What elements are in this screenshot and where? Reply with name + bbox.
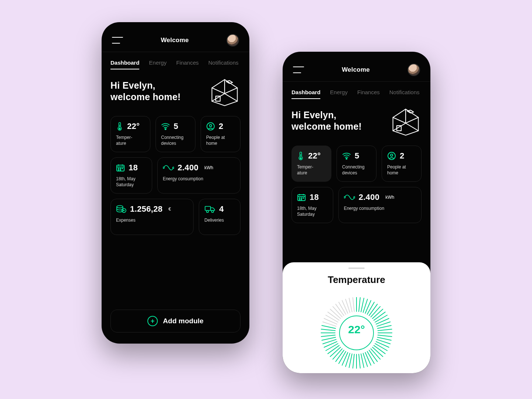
people-value: 2 [400,151,405,161]
menu-icon[interactable] [112,37,123,44]
deliveries-value: 4 [219,204,224,214]
tab-energy[interactable]: Energy [149,59,167,69]
modules-grid: 22° Temper- ature 5 Connecting devices 2… [291,146,422,182]
svg-point-8 [118,170,119,170]
energy-label: Energy consumption [163,176,235,182]
svg-line-59 [359,354,360,368]
tab-finances[interactable]: Finances [176,59,199,69]
svg-line-62 [349,354,352,368]
menu-icon[interactable] [293,66,304,73]
tab-notifications[interactable]: Notifications [389,89,420,99]
svg-line-74 [321,335,335,337]
plus-icon: + [147,316,158,326]
svg-line-65 [339,351,346,364]
people-label: People at home [206,135,235,146]
temperature-value: 22° [308,151,321,161]
tab-notifications[interactable]: Notifications [208,59,239,69]
tab-dashboard[interactable]: Dashboard [291,89,320,99]
person-icon [387,151,396,160]
house-icon [209,78,241,106]
svg-line-32 [361,298,364,312]
greeting: Hi Evelyn, welcome home! [291,109,362,133]
expenses-label: Expenses [116,218,188,224]
energy-value: 2.400 [178,163,199,173]
energy-value: 2.400 [359,192,380,202]
svg-line-61 [353,354,354,368]
divider [102,52,249,52]
svg-point-1 [165,129,166,130]
wifi-icon [342,152,351,160]
card-people[interactable]: 2 People at home [201,116,241,152]
svg-line-31 [359,298,360,312]
svg-line-89 [353,298,354,312]
svg-line-46 [378,335,392,337]
modules-row3: 1.256,28 € Expenses 4 Deliveries [110,199,241,235]
svg-line-44 [378,329,392,331]
svg-line-85 [339,302,346,314]
energy-unit: kWh [204,165,213,170]
sheet-handle[interactable] [348,267,365,269]
svg-point-23 [301,198,302,198]
avatar[interactable] [407,64,420,76]
svg-point-7 [122,168,123,169]
card-date[interactable]: 18 18th, May Saturday [291,187,333,223]
svg-point-25 [299,199,300,200]
svg-point-24 [303,198,304,198]
svg-point-18 [346,158,347,159]
truck-icon [204,205,215,213]
date-label: 18th, May Saturday [116,176,147,188]
svg-point-15 [207,211,209,213]
svg-line-58 [361,354,364,368]
svg-line-50 [375,344,387,351]
card-energy[interactable]: 2.400 kWh Energy consumption [157,157,241,194]
modules-row2: 18 18th, May Saturday 2.400 kWh Energy c… [291,187,422,223]
svg-line-80 [326,315,338,322]
calendar-icon [297,193,306,201]
person-icon [206,122,215,131]
svg-rect-14 [205,207,211,211]
svg-point-12 [117,205,123,208]
svg-point-9 [120,170,121,170]
svg-line-88 [349,298,352,312]
devices-value: 5 [355,151,359,161]
temperature-label: Temper- ature [116,135,145,146]
avatar[interactable] [226,34,239,47]
sheet-title: Temperature [291,274,422,286]
calendar-icon [116,164,125,172]
greeting-line2: welcome home! [291,121,362,132]
temperature-sheet[interactable]: Temperature 22° [283,262,430,373]
card-temperature[interactable]: 22° Temper- ature [110,116,150,152]
svg-point-22 [299,198,300,198]
card-temperature[interactable]: 22° Temper- ature [291,146,331,182]
greeting-line2: welcome home! [110,92,181,102]
topbar: Welcome [291,64,422,76]
expenses-value: 1.256,28 [130,204,163,214]
svg-line-47 [378,337,391,340]
card-people[interactable]: 2 People at home [382,146,422,182]
svg-point-26 [301,199,302,200]
card-energy[interactable]: 2.400 kWh Energy consumption [338,187,422,223]
page-title: Welcome [342,66,370,74]
svg-point-3 [209,125,212,127]
devices-label: Connecting devices [342,164,371,176]
wave-icon [163,164,174,171]
phone-right: Welcome Dashboard Energy Finances Notifi… [283,52,430,373]
temperature-label: Temper- ature [297,164,326,176]
tabs: Dashboard Energy Finances Notifications [291,89,422,99]
thermometer-icon [297,151,304,161]
wifi-icon [161,122,170,130]
card-expenses[interactable]: 1.256,28 € Expenses [110,199,194,235]
card-devices[interactable]: 5 Connecting devices [337,146,376,182]
tab-energy[interactable]: Energy [330,89,348,99]
svg-point-17 [300,157,301,159]
card-date[interactable]: 18 18th, May Saturday [110,157,152,194]
greeting: Hi Evelyn, welcome home! [110,80,181,103]
tab-finances[interactable]: Finances [357,89,380,99]
page-title: Welcome [161,37,189,44]
topbar: Welcome [110,34,241,47]
add-module-button[interactable]: + Add module [110,310,241,332]
tab-dashboard[interactable]: Dashboard [110,59,139,69]
card-deliveries[interactable]: 4 Deliveries [199,199,241,235]
card-devices[interactable]: 5 Connecting devices [156,116,195,152]
phone-left: Welcome Dashboard Energy Finances Notifi… [102,22,249,344]
